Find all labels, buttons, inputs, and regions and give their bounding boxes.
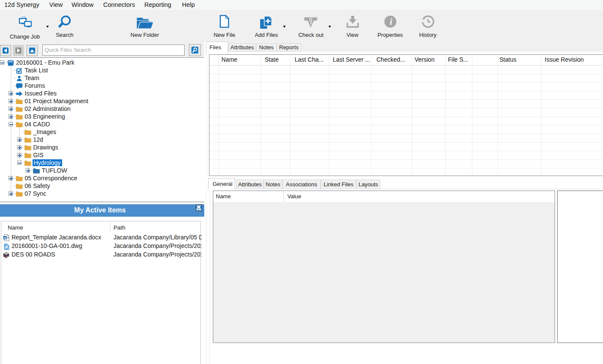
svg-text:i: i (390, 17, 392, 27)
